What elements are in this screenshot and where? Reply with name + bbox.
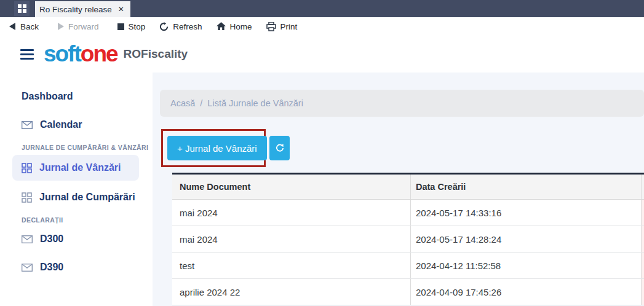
sidebar-item-calendar[interactable]: Calendar [0,113,153,136]
column-header-data-crearii[interactable]: Data Creării [411,175,642,199]
cell-document-name: test [172,253,411,278]
cell-document-name: mai 2024 [172,226,411,252]
table-row[interactable]: aprilie 2024 22 2024-04-09 17:45:26 [172,279,644,305]
forward-button[interactable]: Forward [57,22,99,31]
sidebar: Dashboard Calendar JURNALE DE CUMPĂRĂRI … [0,73,153,306]
envelope-icon [22,264,33,272]
tab-close-icon[interactable]: ✕ [118,5,124,14]
forward-label: Forward [68,22,99,31]
sidebar-section-declaratii: DECLARAȚII [0,214,153,227]
sidebar-item-jurnal-vanzari[interactable]: Jurnal de Vânzări [12,155,139,181]
sidebar-section-jurnale: JURNALE DE CUMPĂRĂRI & VÂNZĂRI [0,141,153,155]
print-icon [266,22,276,31]
cell-actions-sliver [642,253,644,278]
window-grid-icon [18,4,26,13]
envelope-icon [22,121,33,129]
cell-created-date: 2024-05-17 14:33:16 [411,200,642,226]
dashboard-label: Dashboard [22,91,73,102]
sidebar-item-d390[interactable]: D390 [0,256,153,279]
list-refresh-button[interactable] [269,136,290,160]
softone-logo: soft one [44,41,117,67]
browser-app-icon[interactable] [14,1,30,16]
breadcrumb-home[interactable]: Acasă [170,98,195,108]
breadcrumb: Acasă / Listă Jurnale de Vânzări [160,90,644,117]
add-jurnal-vanzari-button[interactable]: + Jurnal de Vânzări [167,136,267,160]
sidebar-item-d300[interactable]: D300 [0,227,153,251]
stop-button[interactable]: Stop [117,22,146,31]
jurnal-cumparari-label: Jurnal de Cumpărări [39,192,135,203]
grid-icon [22,163,32,173]
menu-hamburger-icon[interactable] [20,47,34,62]
breadcrumb-separator: / [200,98,202,108]
table-row[interactable]: test 2024-04-12 11:52:58 [172,253,644,279]
envelope-icon [22,235,33,243]
column-header-actions-sliver [642,175,644,199]
d300-label: D300 [40,233,63,245]
grid-icon [22,192,32,203]
browser-tab-bar: Ro Fiscality release ✕ [0,0,644,17]
cell-created-date: 2024-04-09 17:45:26 [411,279,642,305]
sidebar-item-jurnal-cumparari[interactable]: Jurnal de Cumpărări [0,186,153,209]
browser-tab[interactable]: Ro Fiscality release ✕ [35,1,130,17]
stop-label: Stop [129,22,146,31]
app-header: soft one ROFiscality [0,36,644,73]
tab-title: Ro Fiscality release [39,5,112,14]
back-label: Back [20,22,39,31]
breadcrumb-current: Listă Jurnale de Vânzări [207,98,303,108]
refresh-icon [275,143,285,153]
refresh-label: Refresh [173,22,202,31]
home-button[interactable]: Home [217,22,252,31]
sidebar-item-dashboard[interactable]: Dashboard [0,85,153,108]
table-row[interactable]: mai 2024 2024-05-17 14:28:24 [172,226,644,253]
cell-created-date: 2024-05-17 14:28:24 [411,226,642,252]
d390-label: D390 [40,262,63,273]
cell-document-name: mai 2024 [172,200,411,226]
home-icon [217,22,226,31]
print-button[interactable]: Print [266,22,298,31]
product-name: ROFiscality [124,47,188,61]
refresh-button[interactable]: Refresh [159,22,202,31]
cell-created-date: 2024-04-12 11:52:58 [411,253,642,278]
back-arrow-icon [9,23,16,30]
cell-actions-sliver [642,200,644,226]
refresh-icon [159,22,169,31]
column-header-nume-document[interactable]: Nume Document [172,175,411,199]
browser-toolbar: Back Forward Stop Refresh Home Print [0,17,644,36]
main-content: Acasă / Listă Jurnale de Vânzări + Jurna… [153,73,644,306]
cell-actions-sliver [642,226,644,252]
jurnal-vanzari-label: Jurnal de Vânzări [39,162,121,173]
logo-soft: soft [44,41,81,67]
logo-one: one [81,41,117,67]
cell-document-name: aprilie 2024 22 [172,279,411,305]
calendar-label: Calendar [40,119,82,130]
table-header-row: Nume Document Data Creării [172,175,644,200]
home-label: Home [230,22,252,31]
forward-arrow-icon [57,23,64,30]
table-row[interactable]: mai 2024 2024-05-17 14:33:16 [172,200,644,226]
print-label: Print [280,22,298,31]
stop-square-icon [117,23,124,30]
cell-actions-sliver [642,279,644,305]
back-button[interactable]: Back [9,22,39,31]
journals-table: Nume Document Data Creării mai 2024 2024… [172,173,644,305]
